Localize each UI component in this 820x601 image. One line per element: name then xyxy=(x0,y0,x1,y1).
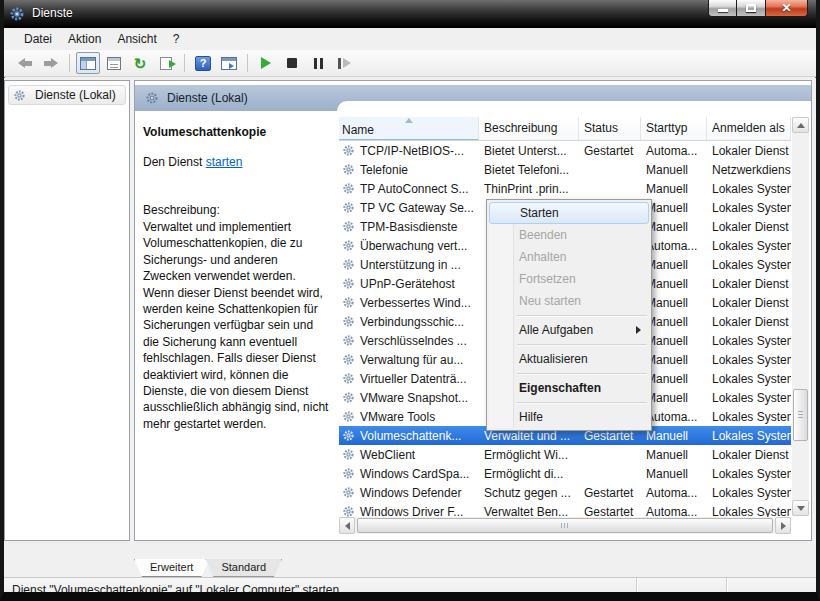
column-header-beschreibung[interactable]: Beschreibung xyxy=(479,117,579,140)
menu-aktion[interactable]: Aktion xyxy=(60,30,109,48)
vertical-scroll-thumb[interactable] xyxy=(793,389,808,441)
tab-erweitert[interactable]: Erweitert xyxy=(134,559,209,577)
service-gear-icon xyxy=(342,372,355,385)
table-row[interactable]: Windows CardSpa... Ermöglicht di... Manu… xyxy=(339,464,791,483)
service-logon-as: Lokaler Dienst xyxy=(707,144,791,158)
service-name: Verbindungsschic... xyxy=(360,315,464,329)
extended-view-icon xyxy=(221,57,237,70)
service-gear-icon xyxy=(342,334,355,347)
service-logon-as: Lokales System xyxy=(707,486,791,500)
toolbar-separator xyxy=(247,54,248,72)
service-gear-icon xyxy=(342,467,355,480)
tree-item-label: Dienste (Lokal) xyxy=(35,88,116,102)
scroll-right-button[interactable] xyxy=(775,517,791,534)
start-service-link[interactable]: starten xyxy=(206,155,243,169)
service-logon-as: Lokales System xyxy=(707,334,791,348)
properties-icon xyxy=(107,57,121,70)
list-header: NameBeschreibungStatusStarttypAnmelden a… xyxy=(339,117,791,141)
description-label: Beschreibung: xyxy=(143,203,329,217)
restart-service-button[interactable] xyxy=(332,52,356,74)
window-title: Dienste xyxy=(32,6,73,20)
context-menu-item-neu-starten: Neu starten xyxy=(489,290,649,312)
back-button[interactable] xyxy=(13,52,37,74)
tab-standard[interactable]: Standard xyxy=(205,559,282,577)
service-status: Gestartet xyxy=(579,486,641,500)
service-logon-as: Lokales System xyxy=(707,372,791,386)
service-starttype: Automa... xyxy=(641,486,707,500)
context-menu-item-aktualisieren[interactable]: Aktualisieren xyxy=(489,348,649,370)
context-menu-item-alle-aufgaben[interactable]: Alle Aufgaben xyxy=(489,319,649,341)
horizontal-scrollbar[interactable] xyxy=(339,517,791,534)
table-row[interactable]: Telefonie Bietet Telefoni... Manuell Net… xyxy=(339,160,791,179)
start-service-button[interactable] xyxy=(254,52,278,74)
service-gear-icon xyxy=(342,296,355,309)
maximize-button[interactable] xyxy=(737,0,766,17)
action-prefix: Den Dienst xyxy=(143,155,206,169)
refresh-button[interactable]: ↻ xyxy=(128,52,152,74)
pause-service-button[interactable] xyxy=(306,52,330,74)
scroll-up-button[interactable] xyxy=(792,117,809,133)
context-menu-item-beenden: Beenden xyxy=(489,224,649,246)
help-button[interactable]: ? xyxy=(191,52,215,74)
stop-service-button[interactable] xyxy=(280,52,304,74)
minimize-button[interactable] xyxy=(708,0,737,17)
service-description: Schutz gegen ... xyxy=(479,486,579,500)
pause-service-icon xyxy=(314,58,323,69)
toolbar: ↻ ? xyxy=(4,50,816,77)
service-name: TCP/IP-NetBIOS-... xyxy=(360,144,464,158)
table-row[interactable]: WebClient Ermöglicht Wi... Manuell Lokal… xyxy=(339,445,791,464)
pane-body: Volumeschattenkopie Den Dienst starten B… xyxy=(135,111,811,540)
service-gear-icon xyxy=(342,486,355,499)
title-bar[interactable]: Dienste ✕ xyxy=(0,0,820,28)
service-logon-as: Lokaler Dienst xyxy=(707,315,791,329)
services-gear-icon xyxy=(13,89,26,102)
column-header-anmelden-als[interactable]: Anmelden als xyxy=(707,117,791,140)
show-console-tree-button[interactable] xyxy=(76,52,100,74)
service-gear-icon xyxy=(342,182,355,195)
column-header-starttyp[interactable]: Starttyp xyxy=(641,117,707,140)
context-menu-item-hilfe[interactable]: Hilfe xyxy=(489,406,649,428)
status-text: Dienst "Volumeschattenkopie" auf "Lokale… xyxy=(12,583,339,597)
scroll-left-button[interactable] xyxy=(339,517,355,534)
column-header-status[interactable]: Status xyxy=(579,117,641,140)
menu-ansicht[interactable]: Ansicht xyxy=(109,30,164,48)
table-row[interactable]: TP AutoConnect S... ThinPrint .prin... M… xyxy=(339,179,791,198)
submenu-arrow-icon xyxy=(636,326,641,334)
services-gear-icon xyxy=(9,6,25,22)
menu-?[interactable]: ? xyxy=(165,30,188,48)
service-gear-icon xyxy=(342,448,355,461)
export-list-icon xyxy=(160,57,172,70)
view-tabs: ErweitertStandard xyxy=(4,559,816,577)
arrow-right-icon xyxy=(781,522,786,530)
menu-datei[interactable]: Datei xyxy=(16,30,60,48)
pane-header-title: Dienste (Lokal) xyxy=(167,91,248,105)
service-logon-as: Lokales System xyxy=(707,467,791,481)
status-pane xyxy=(636,578,726,601)
forward-button[interactable] xyxy=(39,52,63,74)
context-menu-item-starten[interactable]: Starten xyxy=(489,202,649,224)
table-row[interactable]: Windows Defender Schutz gegen ... Gestar… xyxy=(339,483,791,502)
properties-button[interactable] xyxy=(102,52,126,74)
service-gear-icon xyxy=(342,391,355,404)
tree-item-dienste-lokal[interactable]: Dienste (Lokal) xyxy=(8,85,126,105)
close-button[interactable]: ✕ xyxy=(766,0,808,17)
toolbar-separator xyxy=(69,54,70,72)
scroll-down-button[interactable] xyxy=(792,500,809,516)
service-starttype: Automa... xyxy=(641,144,707,158)
arrow-left-icon xyxy=(345,522,350,530)
stop-service-icon xyxy=(287,58,297,68)
vertical-scrollbar[interactable] xyxy=(792,117,809,516)
extended-standard-view-button[interactable] xyxy=(217,52,241,74)
context-menu-item-fortsetzen: Fortsetzen xyxy=(489,268,649,290)
export-list-button[interactable] xyxy=(154,52,178,74)
column-header-name[interactable]: Name xyxy=(339,117,479,140)
restart-service-icon xyxy=(338,58,351,69)
content-area: Dienste (Lokal) Dienste (Lokal) Volumesc… xyxy=(4,78,816,559)
service-name: Windows Defender xyxy=(360,486,461,500)
context-menu-item-eigenschaften[interactable]: Eigenschaften xyxy=(489,377,649,399)
context-menu-item-anhalten: Anhalten xyxy=(489,246,649,268)
service-description-panel: Volumeschattenkopie Den Dienst starten B… xyxy=(135,111,339,540)
table-row[interactable]: TCP/IP-NetBIOS-... Bietet Unterst... Ges… xyxy=(339,141,791,160)
horizontal-scroll-thumb[interactable] xyxy=(357,518,773,533)
service-logon-as: Netzwerkdienst xyxy=(707,163,791,177)
